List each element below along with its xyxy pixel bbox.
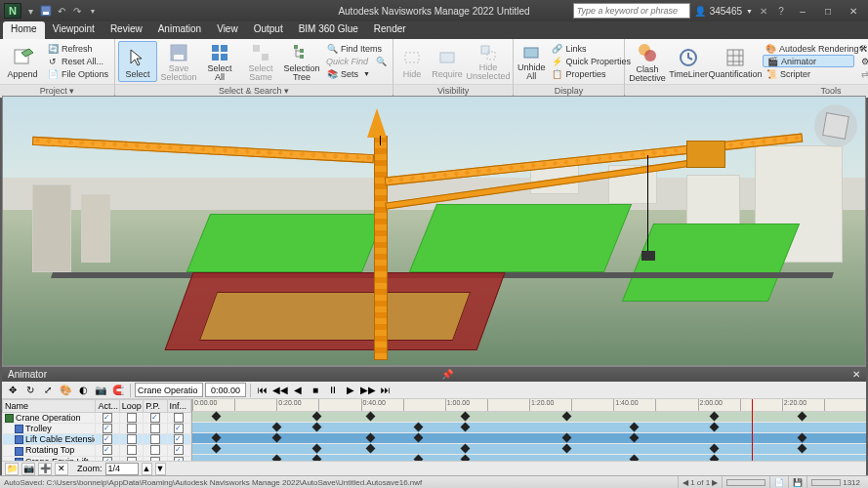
anim-capture-icon[interactable]: 📷 (93, 383, 108, 398)
play-back-button[interactable]: ◀ (290, 383, 306, 398)
tab-bim360[interactable]: BIM 360 Glue (291, 21, 366, 39)
anim-rotate-icon[interactable]: ↻ (22, 383, 38, 398)
refresh-button[interactable]: 🔄Refresh (44, 42, 111, 55)
animator-close-button[interactable]: ✕ (852, 369, 860, 380)
minimize-button[interactable]: – (792, 3, 813, 19)
anim-row[interactable]: Rotating Top (3, 445, 191, 456)
properties-button[interactable]: 📋Properties (549, 67, 635, 80)
find-items-button[interactable]: 🔍Find Items (323, 42, 390, 55)
col-loop[interactable]: Loop (119, 400, 143, 413)
quantification-button[interactable]: Quantification (710, 41, 761, 82)
require-button[interactable]: Require (430, 41, 465, 82)
anim-row[interactable]: Trolley (3, 424, 191, 434)
timeline-track[interactable] (192, 433, 866, 444)
select-same-button[interactable]: Select Same (241, 41, 280, 82)
animator-timeline[interactable]: 0:00.000:20.000:40.001:00.001:20.001:40.… (192, 399, 866, 461)
zoom-down-button[interactable]: ▼ (155, 463, 166, 475)
hide-unselected-button[interactable]: Hide Unselected (467, 41, 510, 82)
qat-dropdown-icon[interactable]: ▼ (86, 4, 100, 18)
rewind-button[interactable]: ⏮ (255, 383, 270, 398)
tab-render[interactable]: Render (366, 21, 414, 39)
col-name[interactable]: Name (3, 400, 96, 413)
properties-icon: 📋 (552, 68, 563, 80)
unhide-all-button[interactable]: Unhide All (517, 41, 547, 82)
qat-open-icon[interactable]: ▾ (23, 4, 37, 18)
appearance-profiler-button[interactable]: 🛠Appearance Profiler (856, 42, 868, 55)
anim-row[interactable]: Lift Cable Extension (3, 434, 191, 445)
timeline-track[interactable] (192, 423, 866, 433)
add-animation-button[interactable]: ➕ (38, 463, 52, 475)
scripter-button[interactable]: 📜Scripter (763, 67, 854, 80)
stop-button[interactable]: ■ (308, 383, 323, 398)
scene-picker[interactable] (135, 383, 203, 397)
animator-button[interactable]: 🎬Animator (763, 55, 854, 67)
links-button[interactable]: 🔗Links (549, 42, 635, 55)
timeline-track[interactable] (192, 455, 866, 461)
col-inf[interactable]: Inf... (167, 400, 190, 413)
select-button[interactable]: Select (118, 41, 157, 82)
save-selection-button[interactable]: Save Selection (159, 41, 198, 82)
time-display[interactable] (205, 383, 246, 397)
hide-button[interactable]: Hide (396, 41, 428, 82)
anim-snap-icon[interactable]: 🧲 (110, 383, 126, 398)
exchange-icon[interactable]: ✕ (757, 4, 770, 18)
app-logo[interactable]: N (4, 3, 21, 19)
tab-animation[interactable]: Animation (150, 21, 209, 39)
file-options-button[interactable]: 📄File Options (44, 67, 111, 80)
reset-all-button[interactable]: ↺Reset All... (44, 55, 111, 67)
tab-view[interactable]: View (209, 21, 246, 39)
zoom-up-button[interactable]: ▲ (142, 463, 152, 475)
autodesk-rendering-button[interactable]: 🎨Autodesk Rendering (763, 42, 854, 55)
svg-rect-4 (174, 55, 184, 60)
close-button[interactable]: ✕ (843, 3, 864, 19)
select-all-button[interactable]: Select All (200, 41, 239, 82)
signin-icon[interactable]: 👤 (694, 6, 706, 17)
qat-save-icon[interactable] (39, 4, 53, 18)
3d-viewport[interactable] (2, 96, 866, 366)
quick-properties-button[interactable]: ⚡Quick Properties (549, 55, 635, 67)
user-id[interactable]: 345465 (710, 6, 742, 17)
quick-find-input[interactable]: Quick Find🔍 (323, 55, 390, 67)
pause-button[interactable]: ⏸ (325, 383, 341, 398)
play-button[interactable]: ▶ (343, 383, 358, 398)
append-button[interactable]: Append (3, 41, 42, 82)
clash-detective-button[interactable]: Clash Detective (628, 41, 667, 82)
timeline-track[interactable] (192, 444, 866, 455)
anim-transparency-icon[interactable]: ◐ (75, 383, 91, 398)
sets-button[interactable]: 📚Sets▼ (323, 67, 390, 80)
step-back-button[interactable]: ◀◀ (272, 383, 288, 398)
svg-rect-14 (405, 53, 419, 62)
tab-review[interactable]: Review (103, 21, 150, 39)
sheet-nav[interactable]: ◀ 1 of 1 ▶ (678, 476, 722, 488)
anim-row[interactable]: Crane Operation (3, 413, 191, 424)
maximize-button[interactable]: □ (817, 3, 839, 19)
tab-viewpoint[interactable]: Viewpoint (45, 21, 103, 39)
anim-scale-icon[interactable]: ⤢ (40, 383, 56, 398)
qat-undo-icon[interactable]: ↶ (55, 4, 68, 18)
batch-utility-button[interactable]: ⚙Batch Utility (856, 55, 868, 67)
tab-home[interactable]: Home (3, 21, 45, 39)
qat-redo-icon[interactable]: ↷ (70, 4, 84, 18)
add-camera-button[interactable]: 📷 (21, 463, 35, 475)
anim-color-icon[interactable]: 🎨 (58, 383, 73, 398)
animator-tree[interactable]: Name Act... Loop P.P. Inf... Crane Opera… (2, 399, 192, 461)
col-active[interactable]: Act... (96, 400, 119, 413)
ribbon: Append 🔄Refresh ↺Reset All... 📄File Opti… (0, 39, 868, 96)
anim-translate-icon[interactable]: ✥ (5, 383, 21, 398)
step-fwd-button[interactable]: ▶▶ (360, 383, 376, 398)
viewcube[interactable] (814, 104, 857, 147)
timeline-track[interactable] (192, 412, 866, 423)
help-icon[interactable]: ? (774, 4, 788, 18)
animator-pin-button[interactable]: 📌 (441, 369, 453, 380)
col-pp[interactable]: P.P. (144, 400, 167, 413)
svg-rect-9 (253, 45, 260, 52)
timeliner-button[interactable]: TimeLiner (669, 41, 708, 82)
zoom-input[interactable] (105, 463, 139, 475)
add-scene-button[interactable]: 📁 (5, 463, 19, 475)
compare-button[interactable]: ⇄Compare (856, 67, 868, 80)
help-search-input[interactable] (573, 3, 690, 19)
selection-tree-button[interactable]: Selection Tree (282, 41, 321, 82)
tab-output[interactable]: Output (246, 21, 291, 39)
end-button[interactable]: ⏭ (378, 383, 393, 398)
delete-button[interactable]: ✕ (55, 463, 68, 475)
